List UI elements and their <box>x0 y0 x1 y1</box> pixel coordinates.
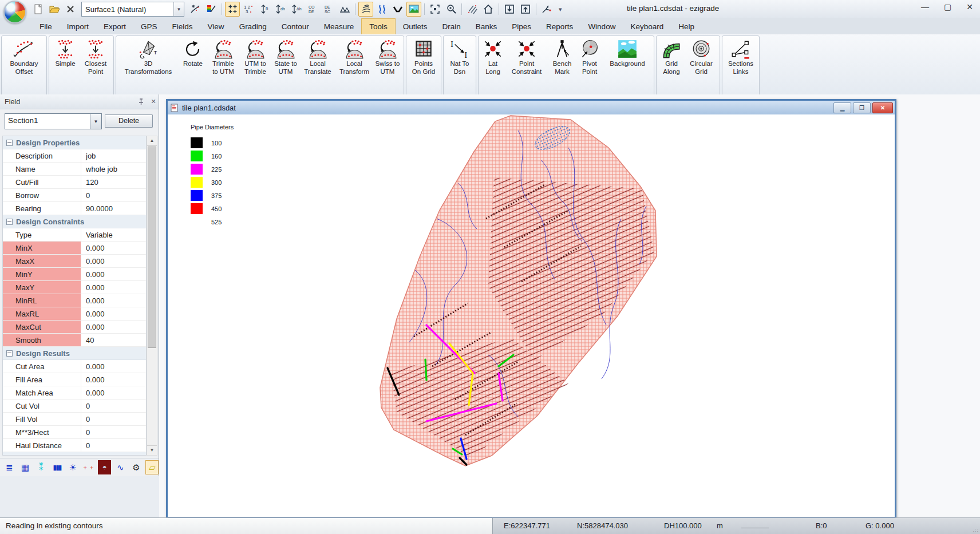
zoom-extents-icon[interactable] <box>428 2 442 17</box>
point-numbers-icon[interactable]: 1 23 <box>241 2 256 17</box>
tab-file[interactable]: File <box>32 18 60 34</box>
collapse-icon[interactable] <box>6 140 13 146</box>
maximize-button[interactable]: ▢ <box>944 2 951 11</box>
points-on-grid-button[interactable]: Points On Grid <box>408 38 439 77</box>
pivot-point-button[interactable]: Pivot Point <box>576 38 603 77</box>
open-file-icon[interactable] <box>47 2 62 17</box>
swiss-to-utm-button[interactable]: Swiss to UTM <box>373 38 402 77</box>
tab-gps[interactable]: GPS <box>133 18 165 34</box>
layer-lines-icon[interactable]: ≣ <box>3 460 16 474</box>
description-labels-icon[interactable]: DESC <box>321 2 336 17</box>
property-row[interactable]: M**3/Hect0 <box>3 426 146 439</box>
local-translate-button[interactable]: Local Translate <box>300 38 335 77</box>
property-row[interactable]: Cut/Fill120 <box>3 176 146 189</box>
grid-along-button[interactable]: Grid Along <box>658 38 685 77</box>
import-icon[interactable] <box>502 2 517 17</box>
closest-point-button[interactable]: Closest Point <box>80 38 112 77</box>
chevron-down-icon[interactable]: ▼ <box>173 2 184 16</box>
tab-drain[interactable]: Drain <box>435 18 468 34</box>
property-row[interactable]: Namewhole job <box>3 163 146 176</box>
section-header[interactable]: Design Results <box>3 347 146 360</box>
tab-help[interactable]: Help <box>671 18 702 34</box>
tab-grading[interactable]: Grading <box>232 18 274 34</box>
level-dh-icon[interactable]: dh <box>273 2 288 17</box>
property-row[interactable]: MaxCut0.000 <box>3 321 146 334</box>
hatch-icon[interactable] <box>465 2 480 17</box>
tab-contour[interactable]: Contour <box>274 18 317 34</box>
brightness-icon[interactable]: ☀ <box>66 460 80 474</box>
color-profile-icon[interactable] <box>204 2 219 17</box>
tab-view[interactable]: View <box>200 18 232 34</box>
close-file-icon[interactable] <box>63 2 78 17</box>
property-row[interactable]: MaxRL0.000 <box>3 307 146 321</box>
trimble-to-utm-button[interactable]: Trimble to UTM <box>207 38 239 77</box>
property-row[interactable]: Cut Area0.000 <box>3 360 146 373</box>
machine-control-icon[interactable]: ⚙ <box>130 460 143 474</box>
tab-export[interactable]: Export <box>96 18 133 34</box>
resize-grip[interactable]: .:: <box>973 527 979 533</box>
survey-shot-icon[interactable] <box>539 2 554 17</box>
panel-scrollbar[interactable]: ▲ ▼ <box>147 136 157 456</box>
tab-reports[interactable]: Reports <box>539 18 580 34</box>
property-row[interactable]: Fill Vol0 <box>3 413 146 426</box>
property-row[interactable]: Match Area0.000 <box>3 386 146 399</box>
code-labels-icon[interactable]: CODE <box>305 2 320 17</box>
map-canvas[interactable]: Pipe Diameters 100 160 225 300 375 450 5… <box>168 114 895 517</box>
doc-restore-button[interactable]: ❐ <box>853 102 871 113</box>
close-button[interactable]: ✕ <box>966 2 973 11</box>
circular-grid-button[interactable]: Circular Grid <box>685 38 718 77</box>
property-row[interactable]: TypeVariable <box>3 228 146 242</box>
tab-import[interactable]: Import <box>60 18 96 34</box>
panel-close-icon[interactable]: ✕ <box>148 98 159 105</box>
contour-waves-icon[interactable] <box>358 2 373 17</box>
tab-banks[interactable]: Banks <box>468 18 505 34</box>
point-constraint-button[interactable]: Point Constraint <box>505 38 548 77</box>
property-row[interactable]: MinX0.000 <box>3 242 146 255</box>
property-row[interactable]: MinRL0.000 <box>3 294 146 307</box>
qat-more-button[interactable]: ▾ <box>559 6 562 13</box>
tab-measure[interactable]: Measure <box>317 18 362 34</box>
columns-icon[interactable]: ▮▮▮ <box>50 460 64 474</box>
doc-close-button[interactable]: ✕ <box>872 102 893 113</box>
delete-button[interactable]: Delete <box>105 114 153 128</box>
new-document-icon[interactable] <box>31 2 46 17</box>
app-logo-icon[interactable] <box>3 1 26 23</box>
level-h-icon[interactable]: h <box>257 2 272 17</box>
boundary-polygon-icon[interactable]: ▱ <box>145 460 159 474</box>
property-row[interactable]: Haul Distance0 <box>3 439 146 452</box>
local-transform-button[interactable]: Local Transform <box>335 38 373 77</box>
field-map-drawing[interactable] <box>168 114 891 515</box>
tab-keyboard[interactable]: Keyboard <box>623 18 671 34</box>
boundary-offset-button[interactable]: Boundary Offset <box>3 38 45 77</box>
collapse-icon[interactable] <box>6 350 13 357</box>
draw-line-icon[interactable] <box>188 2 203 17</box>
channel-icon[interactable] <box>390 2 405 17</box>
add-points-icon[interactable]: + + <box>82 460 96 474</box>
state-to-utm-button[interactable]: State to UTM <box>271 38 300 77</box>
property-row[interactable]: MaxX0.000 <box>3 255 146 268</box>
triangles-icon[interactable] <box>337 2 352 17</box>
sections-links-button[interactable]: Sections Links <box>724 38 757 77</box>
water-flow-icon[interactable] <box>374 2 389 17</box>
background-button[interactable]: Background <box>603 38 652 69</box>
property-row[interactable]: Bearing90.0000 <box>3 202 146 215</box>
chevron-down-icon[interactable]: ▼ <box>90 114 101 129</box>
bench-mark-button[interactable]: Bench Mark <box>548 38 576 77</box>
property-row[interactable]: MaxY0.000 <box>3 281 146 294</box>
surface-selector[interactable]: Surface1 (Natural) ▼ <box>81 2 184 17</box>
background-image-icon[interactable] <box>406 2 421 17</box>
utm-to-trimble-button[interactable]: UTM to Trimble <box>239 38 271 77</box>
nat-to-dsn-button[interactable]: Nat To Dsn <box>445 38 474 77</box>
simple-thin-button[interactable]: Simple <box>51 38 80 69</box>
section-header[interactable]: Design Constraints <box>3 215 146 228</box>
doc-minimize-button[interactable]: ▁ <box>833 102 851 113</box>
lat-long-button[interactable]: Lat Long <box>480 38 505 77</box>
profile-icon[interactable]: ∿ <box>114 460 127 474</box>
minimize-button[interactable]: — <box>921 2 929 11</box>
tab-pipes[interactable]: Pipes <box>504 18 539 34</box>
property-row[interactable]: Borrow0 <box>3 189 146 202</box>
grid-points-icon[interactable] <box>225 2 240 17</box>
property-row[interactable]: Cut Vol0 <box>3 399 146 413</box>
property-row[interactable]: Fill Area0.000 <box>3 373 146 386</box>
property-row[interactable]: Smooth40 <box>3 334 146 347</box>
